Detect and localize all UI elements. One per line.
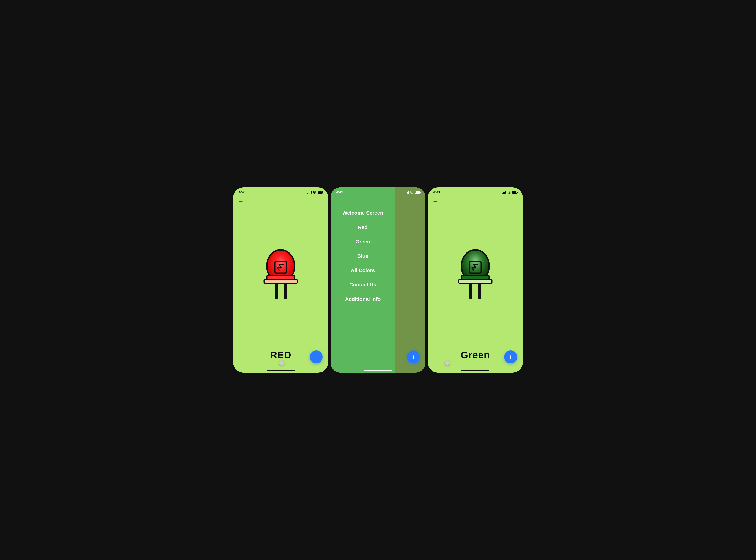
home-bar-green (461, 370, 489, 371)
svg-rect-10 (469, 283, 472, 299)
red-screen: 4:41 ⦿ (233, 187, 328, 373)
signal-icon-green (502, 191, 506, 194)
menu-item-all-colors[interactable]: All Colors (331, 263, 395, 278)
home-indicator-menu (331, 368, 425, 373)
menu-item-green[interactable]: Green (331, 235, 395, 249)
phone-green: 4:41 ⦿ (427, 186, 524, 374)
svg-rect-11 (478, 283, 481, 299)
svg-rect-5 (284, 283, 287, 299)
status-bar-menu: 4:41 ⦿ .phone-menu .battery-icon::after … (331, 187, 425, 195)
menu-panel: Welcome Screen Red Green Blue All Colors… (331, 187, 395, 373)
fab-button-menu[interactable]: + (407, 351, 420, 363)
status-bar-green: 4:41 ⦿ (428, 187, 523, 195)
svg-rect-8 (459, 280, 492, 283)
battery-icon-red (318, 191, 323, 194)
wifi-icon-red: ⦿ (313, 190, 316, 194)
menu-item-additional[interactable]: Additional Info (331, 292, 395, 306)
phones-container: 4:41 ⦿ (232, 186, 524, 374)
signal-icon-red (307, 191, 312, 194)
battery-icon-green (512, 191, 517, 194)
status-icons-red: ⦿ (307, 190, 323, 194)
time-menu: 4:41 (336, 190, 343, 194)
status-icons-green: ⦿ (502, 190, 517, 194)
time-red: 4:41 (239, 190, 246, 194)
menu-item-welcome[interactable]: Welcome Screen (331, 206, 395, 220)
battery-icon-menu: .phone-menu .battery-icon::after { backg… (415, 191, 420, 194)
home-bar-menu (364, 370, 392, 371)
green-screen: 4:41 ⦿ (428, 187, 523, 373)
phone-menu: 4:41 ⦿ .phone-menu .battery-icon::after … (329, 186, 427, 374)
wifi-icon-green: ⦿ (507, 190, 511, 194)
red-slider-thumb[interactable] (279, 360, 284, 365)
red-slider-track (243, 362, 319, 363)
green-slider-track (437, 362, 513, 363)
svg-rect-4 (275, 283, 278, 299)
home-bar-red (267, 370, 295, 371)
led-red-icon (257, 245, 304, 305)
menu-dim-overlay[interactable] (395, 187, 425, 373)
wifi-icon-menu: ⦿ (410, 190, 414, 194)
led-green-container (428, 201, 523, 349)
time-green: 4:41 (433, 190, 440, 194)
status-bar-red: 4:41 ⦿ (233, 187, 328, 195)
menu-screen: 4:41 ⦿ .phone-menu .battery-icon::after … (331, 187, 425, 373)
svg-rect-2 (264, 280, 297, 283)
phone-red: 4:41 ⦿ (232, 186, 329, 374)
menu-item-contact[interactable]: Contact Us (331, 278, 395, 292)
menu-item-blue[interactable]: Blue (331, 249, 395, 263)
green-slider-thumb[interactable] (445, 360, 450, 365)
signal-icon-menu (405, 191, 409, 194)
fab-button-green[interactable]: + (504, 351, 517, 363)
fab-button-red[interactable]: + (310, 351, 323, 363)
led-green-icon (452, 245, 499, 305)
home-indicator-green (428, 368, 523, 373)
menu-item-red[interactable]: Red (331, 220, 395, 235)
led-red-container (233, 201, 328, 349)
status-icons-menu: ⦿ .phone-menu .battery-icon::after { bac… (405, 190, 420, 194)
home-indicator-red (233, 368, 328, 373)
